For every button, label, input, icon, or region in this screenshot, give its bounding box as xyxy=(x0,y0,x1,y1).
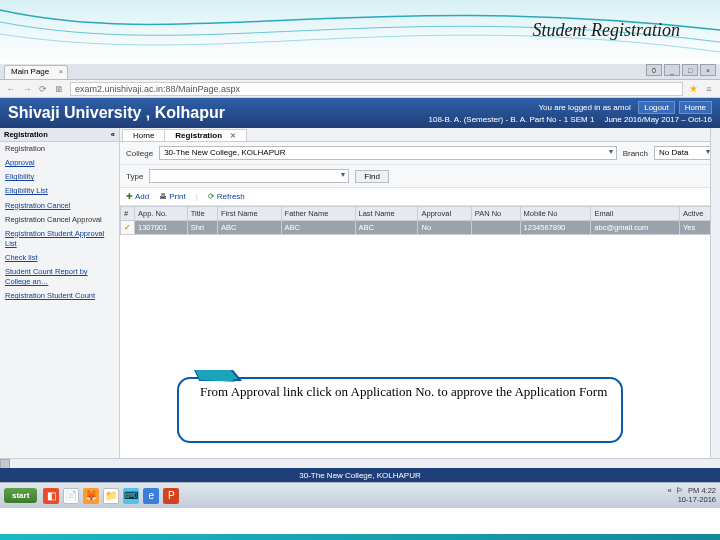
bookmark-icon[interactable]: ★ xyxy=(689,83,698,94)
period: June 2016/May 2017 – Oct-16 xyxy=(604,115,712,124)
col-app-no[interactable]: App. No. xyxy=(135,207,188,221)
firefox-icon[interactable]: 🦊 xyxy=(83,488,99,504)
col-idx[interactable]: # xyxy=(121,207,135,221)
menu-icon[interactable]: ≡ xyxy=(704,84,714,94)
branch-value: No Data xyxy=(659,148,688,157)
type-label: Type xyxy=(126,172,143,181)
col-email[interactable]: Email xyxy=(591,207,680,221)
sidebar-item-approval[interactable]: Approval xyxy=(0,156,119,170)
college-value: 30-The New College, KOLHAPUR xyxy=(164,148,285,157)
vertical-scrollbar[interactable] xyxy=(710,128,720,458)
sub-period: 108-B. A. (Semester) - B. A. Part No - 1… xyxy=(429,115,595,124)
refresh-button[interactable]: ⟳Refresh xyxy=(208,192,245,201)
taskbar-icon[interactable]: 📄 xyxy=(63,488,79,504)
tab-label: Home xyxy=(133,131,154,140)
browser-tab[interactable]: Main Page × xyxy=(4,65,68,79)
table-row[interactable]: ✓ 1307001 Shri ABC ABC ABC No 1234567890… xyxy=(121,221,720,235)
taskbar-icon[interactable]: ◧ xyxy=(43,488,59,504)
footer-bar: 30-The New College, KOLHAPUR xyxy=(0,468,720,482)
callout: From Approval link click on Application … xyxy=(130,370,630,460)
college-select[interactable]: 30-The New College, KOLHAPUR xyxy=(159,146,617,160)
footer-college: 30-The New College, KOLHAPUR xyxy=(299,471,420,480)
sidebar-item-registration[interactable]: Registration xyxy=(0,142,119,156)
branch-label: Branch xyxy=(623,149,648,158)
data-grid: # App. No. Title First Name Father Name … xyxy=(120,206,720,235)
callout-text: From Approval link click on Application … xyxy=(200,384,610,401)
sidebar-collapse-icon[interactable]: « xyxy=(111,130,115,139)
url-text: exam2.unishivaji.ac.in:88/MainPage.aspx xyxy=(75,84,240,94)
col-pan[interactable]: PAN No xyxy=(471,207,520,221)
window-close-icon[interactable]: × xyxy=(700,64,716,76)
tab-registration[interactable]: Registration ✕ xyxy=(164,129,247,141)
cell-email: abc@gmail.com xyxy=(591,221,680,235)
col-last-name[interactable]: Last Name xyxy=(355,207,418,221)
taskbar-tray-icon[interactable]: « xyxy=(668,486,674,495)
close-icon[interactable]: × xyxy=(59,67,64,76)
slide-footer-strip xyxy=(0,508,720,540)
sidebar-item-registration-student-count[interactable]: Registration Student Count xyxy=(0,289,119,303)
type-select[interactable] xyxy=(149,169,349,183)
sidebar-item-student-approval-list[interactable]: Registration Student Approval List xyxy=(0,227,119,251)
close-icon[interactable]: ✕ xyxy=(230,132,236,139)
print-button[interactable]: 🖶Print xyxy=(159,192,185,201)
cell-first-name: ABC xyxy=(218,221,282,235)
cell-pan xyxy=(471,221,520,235)
reload-icon[interactable]: ⟳ xyxy=(38,84,48,94)
home-button[interactable]: Home xyxy=(679,101,712,115)
forward-icon[interactable]: → xyxy=(22,84,32,94)
tab-home[interactable]: Home xyxy=(122,129,165,141)
col-first-name[interactable]: First Name xyxy=(218,207,282,221)
cell-title: Shri xyxy=(187,221,217,235)
refresh-icon: ⟳ xyxy=(208,192,215,201)
branch-select[interactable]: No Data xyxy=(654,146,714,160)
row-check-icon: ✓ xyxy=(124,223,131,232)
college-label: College xyxy=(126,149,153,158)
cell-mobile: 1234567890 xyxy=(520,221,591,235)
browser-tab-label: Main Page xyxy=(11,67,49,76)
col-mobile[interactable]: Mobile No xyxy=(520,207,591,221)
print-icon: 🖶 xyxy=(159,192,167,201)
url-input[interactable]: exam2.unishivaji.ac.in:88/MainPage.aspx xyxy=(70,82,683,96)
plus-icon: ✚ xyxy=(126,192,133,201)
window-min2-icon[interactable]: _ xyxy=(664,64,680,76)
slide-title: Student Registration xyxy=(533,20,681,41)
sidebar: Registration « Registration Approval Eli… xyxy=(0,128,120,458)
folder-icon[interactable]: 📁 xyxy=(103,488,119,504)
col-approval[interactable]: Approval xyxy=(418,207,471,221)
logout-button[interactable]: Logout xyxy=(638,101,674,115)
sidebar-item-eligibility[interactable]: Eligibility xyxy=(0,170,119,184)
cell-last-name: ABC xyxy=(355,221,418,235)
page-icon: 🗎 xyxy=(54,84,64,94)
window-max-icon[interactable]: □ xyxy=(682,64,698,76)
powerpoint-icon[interactable]: P xyxy=(163,488,179,504)
cell-father-name: ABC xyxy=(281,221,355,235)
cell-approval: No xyxy=(418,221,471,235)
col-father-name[interactable]: Father Name xyxy=(281,207,355,221)
add-button[interactable]: ✚Add xyxy=(126,192,149,201)
university-header: Shivaji University , Kolhapur You are lo… xyxy=(0,98,720,128)
back-icon[interactable]: ← xyxy=(6,84,16,94)
window-min-icon[interactable]: 0 xyxy=(646,64,662,76)
sidebar-item-registration-cancel[interactable]: Registration Cancel xyxy=(0,199,119,213)
sidebar-item-check-list[interactable]: Check list xyxy=(0,251,119,265)
find-button[interactable]: Find xyxy=(355,170,389,183)
sidebar-item-eligibility-list[interactable]: Eligibility List xyxy=(0,184,119,198)
start-button[interactable]: start xyxy=(4,488,37,503)
sidebar-item-student-count-report[interactable]: Student Count Report by College an… xyxy=(0,265,119,289)
clock-date: 10-17-2016 xyxy=(678,495,716,504)
address-bar: ← → ⟳ 🗎 exam2.unishivaji.ac.in:88/MainPa… xyxy=(0,80,720,98)
sidebar-item-registration-cancel-approval[interactable]: Registration Cancel Approval xyxy=(0,213,119,227)
university-name: Shivaji University , Kolhapur xyxy=(8,104,225,122)
col-title[interactable]: Title xyxy=(187,207,217,221)
cell-app-no[interactable]: 1307001 xyxy=(135,221,188,235)
browser-tab-strip: Main Page × 0 _ □ × xyxy=(0,64,720,80)
taskbar: start ◧ 📄 🦊 📁 ⌨ e P « 🏳 PM 4:22 10-17-20… xyxy=(0,482,720,508)
taskbar-icon[interactable]: ⌨ xyxy=(123,488,139,504)
sidebar-heading: Registration xyxy=(4,130,48,139)
ie-icon[interactable]: e xyxy=(143,488,159,504)
logged-in-text: You are logged in as amol xyxy=(538,103,630,112)
tab-label: Registration xyxy=(175,131,222,140)
